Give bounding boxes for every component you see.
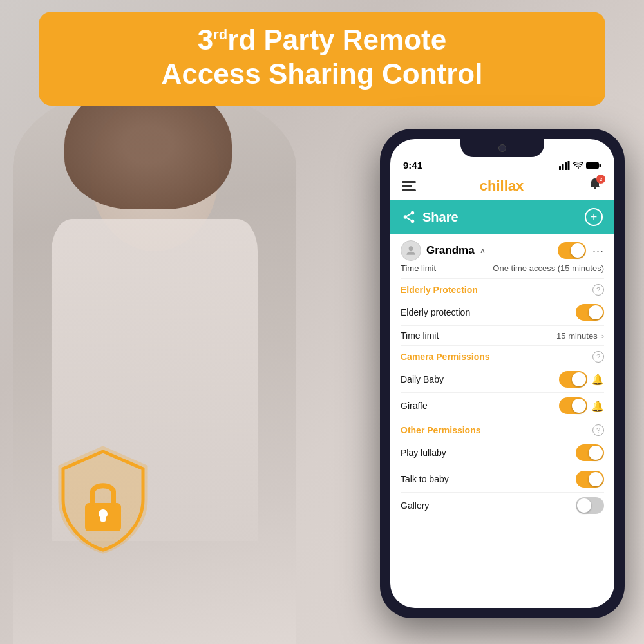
daily-baby-toggle[interactable] bbox=[559, 371, 587, 388]
time-limit-row: Time limit One time access (15 minutes) bbox=[401, 263, 604, 273]
other-permissions-header: Other Permissions ? bbox=[401, 424, 604, 436]
svg-line-13 bbox=[406, 213, 413, 217]
user-avatar bbox=[401, 240, 421, 261]
signal-icon bbox=[559, 161, 571, 170]
talk-to-baby-row: Talk to baby bbox=[401, 466, 604, 492]
daily-baby-bell-icon[interactable]: 🔔 bbox=[591, 374, 604, 386]
chevron-up-icon[interactable]: ∧ bbox=[480, 246, 486, 255]
daily-baby-right: 🔔 bbox=[559, 371, 604, 388]
gallery-row: Gallery bbox=[401, 493, 604, 518]
elderly-protection-row: Elderly protection bbox=[401, 299, 604, 325]
time-limit-chevron[interactable]: › bbox=[601, 331, 604, 341]
talk-to-baby-label: Talk to baby bbox=[401, 474, 449, 484]
front-camera bbox=[498, 144, 506, 152]
divider-5 bbox=[401, 419, 604, 419]
app-header: chillax 2 bbox=[390, 173, 614, 200]
time-limit-setting-right: 15 minutes › bbox=[556, 331, 604, 341]
talk-to-baby-toggle[interactable] bbox=[576, 471, 604, 488]
svg-rect-6 bbox=[568, 161, 570, 170]
share-section-header: Share + bbox=[390, 200, 614, 234]
avatar-icon bbox=[404, 244, 417, 257]
phone-frame: 9:41 bbox=[380, 129, 625, 618]
elderly-protection-header: Elderly Protection ? bbox=[401, 284, 604, 296]
svg-rect-7 bbox=[586, 162, 599, 169]
giraffe-label: Giraffe bbox=[401, 401, 428, 411]
camera-help-icon[interactable]: ? bbox=[592, 351, 604, 363]
elderly-protection-label: Elderly protection bbox=[401, 307, 470, 317]
other-help-icon[interactable]: ? bbox=[592, 424, 604, 436]
share-title: Share bbox=[422, 210, 459, 225]
time-limit-setting-row: Time limit 15 minutes › bbox=[401, 326, 604, 345]
time-limit-value: One time access (15 minutes) bbox=[493, 263, 604, 273]
time-limit-setting-label: Time limit bbox=[401, 330, 439, 341]
svg-rect-5 bbox=[565, 162, 567, 170]
user-row: Grandma ∧ ··· bbox=[401, 240, 604, 261]
svg-rect-4 bbox=[562, 164, 564, 170]
svg-rect-2 bbox=[100, 514, 106, 522]
user-toggle[interactable] bbox=[558, 242, 586, 259]
user-controls-right: ··· bbox=[558, 242, 604, 259]
divider-1 bbox=[401, 278, 604, 279]
elderly-protection-toggle[interactable] bbox=[576, 304, 604, 321]
giraffe-right: 🔔 bbox=[559, 397, 604, 414]
user-info-left: Grandma ∧ bbox=[401, 240, 486, 261]
phone-notch bbox=[460, 139, 544, 157]
elderly-help-icon[interactable]: ? bbox=[592, 284, 604, 296]
gallery-toggle[interactable] bbox=[576, 497, 604, 514]
play-lullaby-row: Play lullaby bbox=[401, 440, 604, 466]
giraffe-row: Giraffe 🔔 bbox=[401, 393, 604, 419]
giraffe-toggle[interactable] bbox=[559, 397, 587, 414]
other-permissions-title: Other Permissions bbox=[401, 425, 481, 435]
share-header-left: Share bbox=[402, 210, 459, 225]
gallery-label: Gallery bbox=[401, 500, 429, 511]
svg-rect-3 bbox=[559, 166, 561, 170]
camera-permissions-header: Camera Permissions ? bbox=[401, 351, 604, 363]
header-title: 3rdrd Party RemoteAccess Sharing Control bbox=[64, 23, 580, 91]
hamburger-line-3 bbox=[402, 189, 416, 191]
wifi-icon bbox=[573, 162, 583, 169]
phone-mockup: 9:41 bbox=[380, 129, 625, 618]
play-lullaby-toggle[interactable] bbox=[576, 444, 604, 461]
camera-permissions-title: Camera Permissions bbox=[401, 352, 490, 362]
phone-screen: 9:41 bbox=[390, 139, 614, 608]
hamburger-line-2 bbox=[402, 185, 412, 187]
status-time: 9:41 bbox=[403, 160, 422, 171]
time-limit-setting-value: 15 minutes bbox=[556, 331, 598, 341]
header-banner: 3rdrd Party RemoteAccess Sharing Control bbox=[39, 12, 605, 106]
shield-container bbox=[52, 442, 155, 560]
divider-3 bbox=[401, 345, 604, 346]
svg-line-14 bbox=[406, 217, 413, 221]
share-add-button[interactable]: + bbox=[585, 208, 603, 226]
notification-badge: 2 bbox=[596, 175, 605, 184]
daily-baby-row: Daily Baby 🔔 bbox=[401, 366, 604, 392]
play-lullaby-label: Play lullaby bbox=[401, 448, 446, 458]
share-icon bbox=[402, 210, 416, 224]
daily-baby-label: Daily Baby bbox=[401, 374, 444, 384]
battery-icon bbox=[586, 162, 601, 169]
svg-rect-8 bbox=[600, 164, 601, 167]
content-area: Grandma ∧ ··· Time limit One time access… bbox=[390, 234, 614, 525]
shield-lock-icon bbox=[52, 442, 155, 558]
svg-point-15 bbox=[409, 246, 413, 251]
superscript: rd bbox=[213, 26, 227, 43]
more-options-button[interactable]: ··· bbox=[592, 244, 604, 258]
notification-button[interactable]: 2 bbox=[587, 177, 603, 195]
header-title-text: 3rdrd Party RemoteAccess Sharing Control bbox=[162, 24, 483, 90]
giraffe-bell-icon[interactable]: 🔔 bbox=[591, 400, 604, 412]
hamburger-line-1 bbox=[402, 181, 416, 183]
hamburger-menu[interactable] bbox=[402, 181, 416, 191]
svg-rect-9 bbox=[594, 187, 596, 189]
status-icons bbox=[559, 161, 601, 170]
elderly-protection-title: Elderly Protection bbox=[401, 285, 478, 295]
main-container: 3rdrd Party RemoteAccess Sharing Control bbox=[0, 0, 644, 644]
app-logo: chillax bbox=[480, 178, 524, 194]
time-limit-label: Time limit bbox=[401, 263, 436, 273]
user-name: Grandma bbox=[426, 244, 475, 257]
